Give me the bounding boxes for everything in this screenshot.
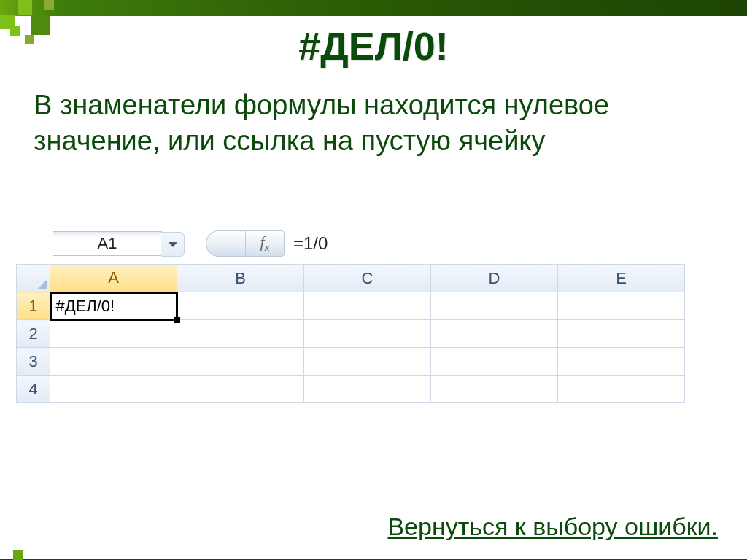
insert-function-button[interactable]: fx [245, 230, 285, 257]
name-box-dropdown[interactable] [161, 232, 185, 257]
column-header-E[interactable]: E [558, 265, 685, 292]
cell-B3[interactable] [177, 348, 304, 376]
cell-D3[interactable] [431, 348, 558, 376]
column-header-A[interactable]: A [50, 265, 177, 292]
formula-bar: A1 fx =1/0 [16, 228, 738, 260]
formula-input[interactable]: =1/0 [293, 233, 328, 254]
excel-screenshot: A1 fx =1/0 A B C D E 1 #ДЕЛ/0! [16, 228, 738, 403]
formula-bar-button-group [206, 230, 245, 257]
back-link[interactable]: Вернуться к выбору ошибки. [387, 513, 718, 541]
cell-A1[interactable]: #ДЕЛ/0! [50, 292, 177, 320]
cell-E1[interactable] [558, 292, 685, 320]
cell-E4[interactable] [558, 376, 685, 403]
cell-C2[interactable] [304, 320, 431, 348]
fx-icon: fx [260, 233, 270, 254]
row-header-2[interactable]: 2 [17, 320, 50, 348]
cell-C3[interactable] [304, 348, 431, 376]
fill-handle[interactable] [174, 317, 180, 323]
cell-B1[interactable] [177, 292, 304, 320]
spreadsheet-grid[interactable]: A B C D E 1 #ДЕЛ/0! 2 3 [16, 264, 685, 403]
cell-B4[interactable] [177, 376, 304, 403]
slide-title: #ДЕЛ/0! [0, 23, 747, 69]
cell-A3[interactable] [50, 348, 177, 376]
column-header-C[interactable]: C [304, 265, 431, 292]
cell-C4[interactable] [304, 376, 431, 403]
name-box-value: A1 [98, 234, 117, 253]
select-all-corner[interactable] [17, 265, 50, 292]
row-header-3[interactable]: 3 [17, 348, 50, 376]
column-header-B[interactable]: B [177, 265, 304, 292]
row-header-1[interactable]: 1 [17, 292, 50, 320]
row-header-4[interactable]: 4 [17, 376, 50, 403]
column-header-D[interactable]: D [431, 265, 558, 292]
cell-C1[interactable] [304, 292, 431, 320]
footer-square-icon [13, 550, 23, 560]
cell-A1-value: #ДЕЛ/0! [56, 297, 115, 316]
cell-D2[interactable] [431, 320, 558, 348]
name-box[interactable]: A1 [53, 231, 162, 256]
cell-A2[interactable] [50, 320, 177, 348]
cell-E2[interactable] [558, 320, 685, 348]
cell-E3[interactable] [558, 348, 685, 376]
cell-D1[interactable] [431, 292, 558, 320]
slide-body-text: В знаменатели формулы находится нулевое … [34, 88, 713, 158]
cell-B2[interactable] [177, 320, 304, 348]
chevron-down-icon [169, 242, 177, 247]
cell-D4[interactable] [431, 376, 558, 403]
cell-A4[interactable] [50, 376, 177, 403]
